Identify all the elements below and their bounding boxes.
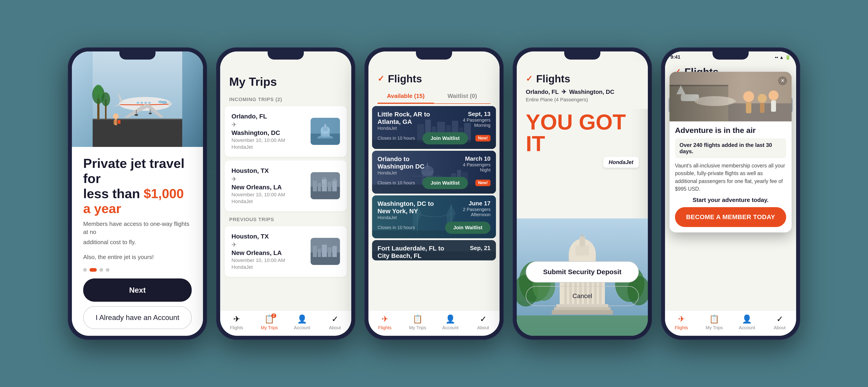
become-member-button[interactable]: BECOME A MEMBER TODAY [675,207,786,227]
flights-icon-5: ✈ [678,314,685,324]
you-got-it-headline: YOU GOT IT [517,109,648,157]
trip-plane-type-2: HondaJet [231,199,306,205]
route-line2-3: New York, NY [377,207,434,215]
bottom-nav-3: ✈ Flights 📋 My Trips 👤 Account ✓ About [368,311,500,336]
phone-my-trips: My Trips INCOMING TRIPS (2) Orlando, FL … [216,47,355,340]
svg-rect-15 [136,110,137,115]
plane-type-1: HondaJet [377,126,430,131]
svg-rect-44 [322,182,323,183]
flights-icon-3: ✈ [381,314,388,324]
join-waitlist-btn-3[interactable]: Join Waitlist [445,221,491,234]
new-badge-2: New! [475,180,491,186]
nav-my-trips-3[interactable]: 📋 My Trips [401,314,434,330]
incoming-trips-label: INCOMING TRIPS (2) [220,93,351,104]
flight-time-3: Afternoon [463,212,491,217]
onboarding-subtitle2: additional cost to fly. [83,238,192,246]
nav-flights-3[interactable]: ✈ Flights [368,314,401,330]
card-top-1: Little Rock, AR to Atlanta, GA HondaJet … [377,111,491,131]
adventure-modal: ✕ [670,72,792,233]
modal-hero-overlay [670,72,792,121]
svg-rect-42 [322,180,323,181]
have-account-button[interactable]: I Already have an Account [83,306,192,329]
trip-dest-2: New Orleans, LA [231,184,306,191]
modal-close-button[interactable]: ✕ [778,76,787,85]
tab-available[interactable]: Available (15) [377,90,434,103]
svg-rect-23 [118,120,121,124]
about-label-5: About [774,325,785,330]
onboarding-subtitle1: Members have access to one-way flights a… [83,220,192,236]
nav-about-5[interactable]: ✓ About [763,314,796,330]
trip-origin-prev: Houston, TX [231,233,306,240]
nav-flights-5[interactable]: ✈ Flights [665,314,698,330]
flight-meta-2: March 10 4 Passengers Night [463,155,491,173]
closes-text-1: Closes in 10 hours [377,136,415,141]
nav-flights-2[interactable]: ✈ Flights [220,314,253,330]
trip-info: Orlando, FL ✈ Washington, DC November 10… [231,113,306,150]
svg-rect-43 [324,180,325,181]
my-trips-label-5: My Trips [706,325,723,330]
svg-rect-12 [145,102,147,104]
svg-rect-39 [328,182,331,191]
card-overlay-4: Fort Lauderdale, FL to City Beach, FL Se… [372,240,496,260]
nav-account-5[interactable]: 👤 Account [731,314,763,330]
svg-point-19 [113,113,119,119]
svg-point-5 [94,84,103,98]
svg-point-18 [149,113,152,114]
route-origin: Orlando, FL [526,89,559,96]
about-label: About [329,325,341,330]
trip-card-prev-houston[interactable]: Houston, TX ✈ New Orleans, LA November 1… [225,226,347,277]
brand-logo: ✓ [377,74,384,83]
svg-rect-101 [517,315,648,336]
notch [712,51,749,60]
notch [119,51,156,60]
trip-card-houston[interactable]: Houston, TX ✈ New Orleans, LA November 1… [225,161,347,211]
flights-screen: ✓ Flights Available (15) Waitlist (0) [368,51,500,336]
hondajet-badge: HondaJet [603,157,639,168]
svg-rect-16 [150,109,151,113]
flight-route-1: Little Rock, AR to Atlanta, GA HondaJet [377,111,430,131]
modal-body: Over 240 flights added in the last 30 da… [670,138,792,233]
submit-deposit-button[interactable]: Submit Security Deposit [526,261,639,283]
notch [268,51,304,60]
new-badge-1: New! [475,135,491,141]
trip-plane-icon: ✈ [231,121,306,129]
join-waitlist-btn-2[interactable]: Join Waitlist [423,177,468,189]
nav-about-3[interactable]: ✓ About [467,314,500,330]
trip-date-prev: November 10, 10:00 AM [231,257,306,263]
flight-cards-list: Little Rock, AR to Atlanta, GA HondaJet … [368,104,500,311]
nav-account-3[interactable]: 👤 Account [434,314,467,330]
dot-2-active [90,268,97,272]
cancel-button[interactable]: Cancel [526,286,639,306]
flight-meta-3: June 17 2 Passengers Afternoon [463,200,491,217]
card-bottom-3: Closes in 10 hours Join Waitlist [377,221,491,234]
flight-card-4[interactable]: Fort Lauderdale, FL to City Beach, FL Se… [372,240,496,260]
about-icon-5: ✓ [776,314,783,324]
closes-text-3: Closes in 10 hours [377,225,415,230]
flights-title: Flights [388,73,422,85]
nav-my-trips-2[interactable]: 📋2 My Trips [253,314,286,330]
card-bottom-2: Closes in 10 hours Join Waitlist New! [377,177,491,189]
card-top-3: Washington, DC to New York, NY HondaJet … [377,200,491,220]
join-waitlist-btn-1[interactable]: Join Waitlist [423,132,468,144]
flight-card-3[interactable]: Washington, DC to New York, NY HondaJet … [372,196,496,238]
nav-about-2[interactable]: ✓ About [318,314,351,330]
trip-card-orlando[interactable]: Orlando, FL ✈ Washington, DC November 10… [225,106,347,157]
flight-date-4: Sep, 21 [470,245,491,252]
svg-rect-50 [322,245,327,257]
svg-rect-1 [93,119,182,147]
svg-rect-21 [114,120,115,124]
svg-point-17 [134,114,138,116]
nav-my-trips-5[interactable]: 📋 My Trips [698,314,731,330]
card-overlay-2: Orlando to Washington DC HondaJet March … [372,151,496,194]
flight-card-1[interactable]: Little Rock, AR to Atlanta, GA HondaJet … [372,106,496,149]
my-trips-header: My Trips [220,61,351,93]
flight-card-2[interactable]: Orlando to Washington DC HondaJet March … [372,151,496,194]
trip-origin: Orlando, FL [231,113,306,120]
card-top-2: Orlando to Washington DC HondaJet March … [377,155,491,176]
nav-account-2[interactable]: 👤 Account [286,314,318,330]
route-dest: Washington, DC [569,89,614,96]
next-button[interactable]: Next [83,278,192,302]
tab-waitlist[interactable]: Waitlist (0) [434,90,491,103]
svg-rect-48 [313,246,317,257]
svg-rect-36 [318,183,321,191]
